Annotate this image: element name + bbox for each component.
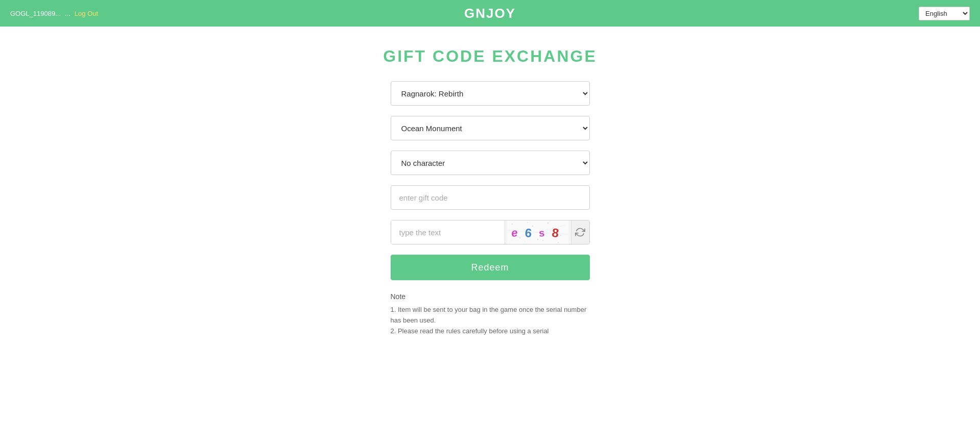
gift-code-input[interactable]	[391, 185, 590, 210]
header-right: English 한국어 日本語 中文	[919, 7, 970, 20]
separator: ...	[65, 10, 70, 17]
game-select[interactable]: Ragnarok: Rebirth Ragnarok Online Other	[391, 81, 590, 106]
note-title: Note	[391, 292, 590, 301]
captcha-row: e 6 s 8	[391, 220, 590, 244]
refresh-icon	[575, 227, 585, 237]
note-line-1: 1. Item will be sent to your bag in the …	[391, 305, 590, 326]
character-select[interactable]: No character Character 1 Character 2	[391, 151, 590, 175]
form-container: Ragnarok: Rebirth Ragnarok Online Other …	[391, 81, 590, 290]
svg-point-11	[527, 222, 528, 223]
svg-point-4	[542, 240, 543, 241]
svg-text:s: s	[538, 227, 545, 239]
captcha-svg: e 6 s 8	[507, 220, 568, 244]
note-section: Note 1. Item will be sent to your bag in…	[391, 292, 590, 336]
captcha-refresh-button[interactable]	[571, 220, 589, 244]
redeem-button[interactable]: Redeem	[391, 255, 590, 280]
logout-link[interactable]: Log Out	[75, 10, 98, 17]
server-select[interactable]: Ocean Monument Server 1 Server 2	[391, 116, 590, 140]
svg-point-2	[519, 237, 520, 238]
language-select[interactable]: English 한국어 日本語 中文	[919, 7, 970, 20]
svg-point-8	[547, 223, 549, 224]
captcha-group: e 6 s 8	[391, 220, 590, 244]
svg-point-7	[524, 241, 525, 242]
svg-point-1	[512, 224, 513, 225]
page-title: GIFT CODE EXCHANGE	[383, 47, 596, 66]
svg-point-10	[537, 239, 538, 240]
game-select-group: Ragnarok: Rebirth Ragnarok Online Other	[391, 81, 590, 106]
svg-point-6	[560, 235, 561, 236]
header: GOGL_119089... ... Log Out GNJOY English…	[0, 0, 980, 27]
svg-point-12	[558, 242, 559, 243]
logo: GNJOY	[464, 6, 516, 21]
header-left: GOGL_119089... ... Log Out	[10, 10, 98, 17]
server-select-group: Ocean Monument Server 1 Server 2	[391, 116, 590, 140]
captcha-input[interactable]	[391, 220, 505, 244]
user-id: GOGL_119089...	[10, 10, 61, 17]
note-line-2: 2. Please read the rules carefully befor…	[391, 326, 590, 337]
svg-text:6: 6	[524, 226, 533, 240]
captcha-image: e 6 s 8	[505, 220, 571, 244]
main-content: GIFT CODE EXCHANGE Ragnarok: Rebirth Rag…	[0, 27, 980, 357]
character-select-group: No character Character 1 Character 2	[391, 151, 590, 175]
gift-code-group	[391, 185, 590, 210]
